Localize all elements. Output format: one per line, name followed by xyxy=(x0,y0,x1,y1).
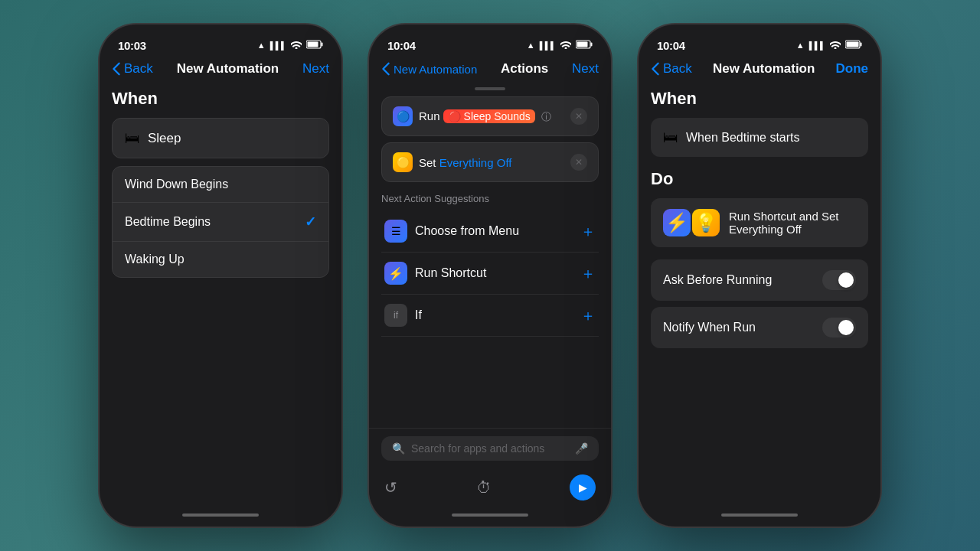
action-close-run[interactable]: ✕ xyxy=(570,108,587,125)
checkmark-bedtime: ✓ xyxy=(305,214,316,230)
option-bedtime[interactable]: Bedtime Begins ✓ xyxy=(113,203,328,242)
action-left-set: 🟡 Set Everything Off xyxy=(393,152,511,172)
search-area: 🔍 Search for apps and actions 🎤 xyxy=(369,428,611,468)
signal-icon-2: ▌▌▌ xyxy=(540,41,556,50)
nav-bar-1: Back New Automation Next xyxy=(100,58,341,83)
svg-rect-1 xyxy=(322,43,323,47)
toggle-notify-when-run[interactable]: Notify When Run xyxy=(651,307,868,348)
status-bar-3: 10:04 ▲ ▌▌▌ xyxy=(639,24,880,58)
action-text-set: Set Everything Off xyxy=(419,156,511,169)
action-card-set[interactable]: 🟡 Set Everything Off ✕ xyxy=(381,142,599,182)
do-title-3: Do xyxy=(651,169,868,189)
home-bar-1 xyxy=(182,514,259,517)
do-icon-shortcut: ⚡ xyxy=(663,209,691,236)
action-left-run: 🔵 Run 🔴 Sleep Sounds ⓘ xyxy=(393,106,551,126)
bedtime-icon: 🛏 xyxy=(663,129,678,146)
signal-icon-1: ▌▌▌ xyxy=(270,41,286,50)
sleep-card[interactable]: 🛏 Sleep xyxy=(112,118,329,158)
signal-icon-3: ▌▌▌ xyxy=(809,41,825,50)
when-card-label: When Bedtime starts xyxy=(686,131,800,145)
when-card: 🛏 When Bedtime starts xyxy=(651,118,868,157)
nav-bar-2: New Automation Actions Next xyxy=(369,58,611,83)
undo-icon[interactable]: ↺ xyxy=(384,478,397,497)
next-button-1[interactable]: Next xyxy=(302,61,329,77)
option-waking-up[interactable]: Waking Up xyxy=(113,242,328,277)
battery-icon-1 xyxy=(306,40,323,51)
status-bar-1: 10:03 ▲ ▌▌▌ xyxy=(100,24,341,58)
back-button-3[interactable]: Back xyxy=(651,61,692,77)
action-card-run[interactable]: 🔵 Run 🔴 Sleep Sounds ⓘ ✕ xyxy=(381,96,599,136)
status-time-3: 10:04 xyxy=(657,39,685,52)
location-icon-1: ▲ xyxy=(257,41,266,50)
option-label-waking-up: Waking Up xyxy=(125,253,185,266)
run-action-icon: 🔵 xyxy=(393,106,413,126)
sleep-icon: 🛏 xyxy=(125,129,140,147)
if-icon: if xyxy=(384,304,407,327)
when-title-1: When xyxy=(112,89,329,109)
option-wind-down[interactable]: Wind Down Begins xyxy=(113,167,328,203)
toggle-notify-switch[interactable] xyxy=(822,318,856,337)
bottom-toolbar: ↺ ⏱ ▶ xyxy=(369,468,611,504)
location-icon-2: ▲ xyxy=(527,41,535,50)
do-section: Do ⚡ 💡 Run Shortcut and Set Everything O… xyxy=(651,169,868,247)
next-button-2[interactable]: Next xyxy=(572,61,599,77)
svg-rect-2 xyxy=(308,42,318,47)
suggestion-run-shortcut[interactable]: ⚡ Run Shortcut ＋ xyxy=(381,253,599,295)
home-indicator-1 xyxy=(100,504,341,527)
option-label-bedtime: Bedtime Begins xyxy=(125,215,211,229)
done-button-3[interactable]: Done xyxy=(836,61,869,77)
plus-if[interactable]: ＋ xyxy=(580,305,596,326)
sub-options-card: Wind Down Begins Bedtime Begins ✓ Waking… xyxy=(112,166,329,278)
sleep-label: Sleep xyxy=(148,131,181,146)
run-shortcut-icon: ⚡ xyxy=(384,262,407,285)
toggle-ask-before-running[interactable]: Ask Before Running xyxy=(651,259,868,301)
when-title-3: When xyxy=(651,89,868,109)
battery-icon-2 xyxy=(576,38,593,52)
screen-content-3: When 🛏 When Bedtime starts Do ⚡ 💡 Run Sh… xyxy=(639,83,880,504)
suggestion-if[interactable]: if If ＋ xyxy=(381,295,599,337)
phone-1: 10:03 ▲ ▌▌▌ Back New Automation Next xyxy=(98,23,343,528)
back-button-2[interactable]: New Automation xyxy=(381,62,477,76)
wifi-icon-2 xyxy=(560,41,571,51)
drag-handle-2[interactable] xyxy=(475,87,505,90)
screen-content-1: When 🛏 Sleep Wind Down Begins Bedtime Be… xyxy=(100,83,341,504)
play-button[interactable]: ▶ xyxy=(570,474,596,500)
toggle-label-ask: Ask Before Running xyxy=(663,273,772,287)
phone-2: 10:04 ▲ ▌▌▌ New Automation Actions Next xyxy=(368,23,612,528)
svg-rect-8 xyxy=(847,42,859,47)
back-button-1[interactable]: Back xyxy=(112,61,153,77)
phone-3: 10:04 ▲ ▌▌▌ Back New Automation Done xyxy=(637,23,882,528)
option-label-wind-down: Wind Down Begins xyxy=(125,178,228,191)
search-bar[interactable]: 🔍 Search for apps and actions 🎤 xyxy=(381,436,599,461)
do-icon-set: 💡 xyxy=(692,209,720,236)
svg-rect-4 xyxy=(591,43,593,47)
set-action-icon: 🟡 xyxy=(393,152,413,172)
suggestion-left-run: ⚡ Run Shortcut xyxy=(384,262,486,285)
toggle-label-notify: Notify When Run xyxy=(663,321,756,334)
suggestion-left-choose: ☰ Choose from Menu xyxy=(384,220,519,243)
choose-menu-icon: ☰ xyxy=(384,220,407,243)
suggestion-choose-from-menu[interactable]: ☰ Choose from Menu ＋ xyxy=(381,210,599,253)
do-card: ⚡ 💡 Run Shortcut and Set Everything Off xyxy=(651,198,868,247)
wifi-icon-1 xyxy=(291,41,302,51)
plus-choose[interactable]: ＋ xyxy=(580,221,596,242)
wifi-icon-3 xyxy=(830,38,841,52)
action-text-run: Run 🔴 Sleep Sounds ⓘ xyxy=(419,109,551,124)
action-close-set[interactable]: ✕ xyxy=(570,154,587,171)
plus-run[interactable]: ＋ xyxy=(580,263,596,284)
do-icons: ⚡ 💡 xyxy=(663,209,720,236)
screen-content-2: 🔵 Run 🔴 Sleep Sounds ⓘ ✕ 🟡 Set Ever xyxy=(369,93,611,428)
battery-icon-3 xyxy=(845,38,862,52)
clock-icon[interactable]: ⏱ xyxy=(476,479,492,497)
status-icons-3: ▲ ▌▌▌ xyxy=(796,38,862,52)
toggle-ask-switch[interactable] xyxy=(822,270,856,290)
nav-title-3: New Automation xyxy=(713,61,815,77)
location-icon-3: ▲ xyxy=(796,41,805,50)
mic-icon[interactable]: 🎤 xyxy=(575,442,588,455)
nav-title-2: Actions xyxy=(501,61,548,77)
search-icon: 🔍 xyxy=(392,442,405,455)
suggestion-label-choose: Choose from Menu xyxy=(415,224,519,238)
svg-rect-5 xyxy=(577,42,588,47)
suggestions-title: Next Action Suggestions xyxy=(381,193,599,204)
status-time-1: 10:03 xyxy=(118,39,146,52)
